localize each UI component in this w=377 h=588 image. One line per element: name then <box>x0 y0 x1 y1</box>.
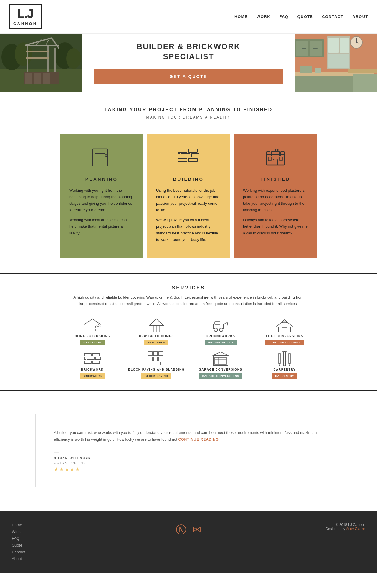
card-planning-body2: Working with local architects I can help… <box>69 217 134 236</box>
svg-rect-93 <box>153 357 158 361</box>
service-garage-badge[interactable]: GARAGE CONVERSIONS <box>199 373 242 379</box>
card-finished-body2: I always aim to leave somewhere better t… <box>243 217 308 236</box>
card-finished: FINISHED Working with experienced plaste… <box>234 134 317 258</box>
tagline-subheading: MAKING YOUR DREAMS A REALITY <box>6 115 371 119</box>
service-home-extensions-label: HOME EXTENSIONS <box>62 334 123 338</box>
groundworks-icon <box>212 317 229 332</box>
nav-item-work[interactable]: WORK <box>257 14 270 19</box>
card-building: BUILDING Using the best materials for th… <box>147 134 230 258</box>
copyright-text: © 2018 LJ Cannon <box>247 523 365 527</box>
svg-rect-64 <box>85 324 100 332</box>
service-block-paving: BLOCK PAVING AND SLABBING BLOCK PAVING <box>126 351 187 379</box>
site-header: L.J CANNON HOMEWORKFAQQUOTECONTACTABOUT <box>0 0 377 34</box>
svg-rect-57 <box>271 152 275 156</box>
svg-rect-65 <box>90 327 95 332</box>
nav-item-quote[interactable]: QUOTE <box>297 14 313 19</box>
designer-link[interactable]: Andy Clarke <box>346 527 365 531</box>
card-planning-body1: Working with you right from the beginnin… <box>69 187 134 213</box>
testimonial-author-name: SUSAN WILLSHEE <box>54 457 324 460</box>
services-grid: HOME EXTENSIONS EXTENSION NEW BUILD HOME… <box>62 317 315 379</box>
svg-point-47 <box>105 155 107 156</box>
card-building-title: BUILDING <box>156 176 221 181</box>
continue-reading-link[interactable]: CONTINUE READING <box>178 437 219 442</box>
svg-rect-87 <box>84 361 91 364</box>
nav-item-about[interactable]: ABOUT <box>352 14 368 19</box>
finished-icon <box>243 146 308 171</box>
testimonial-date: OCTOBER 4, 2017 <box>54 461 324 464</box>
svg-rect-84 <box>87 357 94 360</box>
get-quote-button[interactable]: GET A QUOTE <box>94 69 283 84</box>
card-planning-title: PLANNING <box>69 176 134 181</box>
service-carpentry-badge[interactable]: CARPENTRY <box>272 373 297 379</box>
service-carpentry: CARPENTRY CARPENTRY <box>254 351 315 379</box>
service-home-extensions-badge[interactable]: EXTENSION <box>80 340 105 345</box>
service-garage: GARAGE CONVERSIONS GARAGE CONVERSIONS <box>190 351 251 379</box>
logo[interactable]: L.J CANNON <box>9 4 42 29</box>
cards-section: PLANNING Working with you right from the… <box>0 128 377 273</box>
service-new-build-badge[interactable]: NEW BUILD <box>144 340 168 345</box>
footer-link-about[interactable]: About <box>12 557 130 561</box>
block-paving-icon <box>148 351 165 366</box>
svg-rect-15 <box>26 51 49 52</box>
nav-item-faq[interactable]: FAQ <box>279 14 288 19</box>
svg-rect-25 <box>302 48 306 49</box>
nav-item-contact[interactable]: CONTACT <box>322 14 343 19</box>
planning-icon <box>69 146 134 171</box>
svg-point-75 <box>214 328 218 332</box>
svg-rect-66 <box>95 326 100 332</box>
hero-image-right <box>295 34 377 92</box>
hero-image-left <box>0 34 82 92</box>
svg-rect-96 <box>156 362 160 365</box>
svg-line-77 <box>224 322 227 325</box>
hero-section: BUILDER & BRICKWORKSPECIALIST GET A QUOT… <box>0 34 377 92</box>
svg-rect-103 <box>283 352 286 365</box>
footer-link-work[interactable]: Work <box>12 529 130 534</box>
service-brickwork-badge[interactable]: BRICKWORK <box>80 373 105 379</box>
svg-rect-88 <box>92 361 100 364</box>
service-loft-badge[interactable]: LOFT CONVERSIONS <box>265 340 304 345</box>
svg-rect-58 <box>276 152 280 156</box>
svg-rect-53 <box>178 158 187 162</box>
garage-icon <box>212 351 229 366</box>
svg-rect-29 <box>340 38 349 53</box>
svg-rect-107 <box>279 353 280 363</box>
footer-link-quote[interactable]: Quote <box>12 543 130 547</box>
svg-point-3 <box>15 42 32 66</box>
hero-title: BUILDER & BRICKWORKSPECIALIST <box>94 42 283 62</box>
testimonial-wrapper: A builder you can trust, who works with … <box>0 391 377 511</box>
service-loft-label: LOFT CONVERSIONS <box>254 334 315 338</box>
tagline-heading: TAKING YOUR PROJECT FROM PLANNING TO FIN… <box>6 107 371 112</box>
footer-link-home[interactable]: Home <box>12 523 130 527</box>
svg-rect-41 <box>93 149 108 166</box>
testimonial-author: — SUSAN WILLSHEE OCTOBER 4, 2017 ★★★★★ <box>54 449 324 473</box>
nav-item-home[interactable]: HOME <box>234 14 248 19</box>
svg-rect-39 <box>348 69 377 73</box>
email-link[interactable]: ✉ <box>192 524 201 536</box>
svg-rect-49 <box>188 149 197 152</box>
footer-link-faq[interactable]: FAQ <box>12 536 130 541</box>
facebook-link[interactable]: Ⓝ <box>176 523 186 537</box>
svg-rect-28 <box>328 38 339 53</box>
svg-marker-108 <box>279 363 280 366</box>
main-nav: HOMEWORKFAQQUOTECONTACTABOUT <box>234 14 368 19</box>
svg-rect-48 <box>178 149 187 152</box>
svg-rect-14 <box>26 57 49 59</box>
service-groundworks-badge[interactable]: GROUNDWORKS <box>205 340 237 345</box>
svg-rect-83 <box>92 353 100 356</box>
card-building-body2: We will provide you with a clear project… <box>156 217 221 243</box>
facebook-icon: Ⓝ <box>176 524 186 536</box>
svg-rect-38 <box>315 68 321 73</box>
svg-rect-95 <box>151 362 155 365</box>
svg-marker-110 <box>289 363 290 366</box>
logo-lj: L.J <box>17 8 33 20</box>
svg-rect-18 <box>34 73 41 84</box>
service-carpentry-label: CARPENTRY <box>254 368 315 371</box>
service-groundworks-label: GROUNDWORKS <box>190 334 251 338</box>
svg-rect-109 <box>289 353 290 363</box>
carpentry-icon <box>276 351 293 366</box>
service-garage-label: GARAGE CONVERSIONS <box>190 368 251 371</box>
footer-link-contact[interactable]: Contact <box>12 550 130 554</box>
service-home-extensions: HOME EXTENSIONS EXTENSION <box>62 317 123 345</box>
svg-rect-82 <box>84 353 91 356</box>
service-block-paving-badge[interactable]: BLOCK PAVING <box>141 373 171 379</box>
